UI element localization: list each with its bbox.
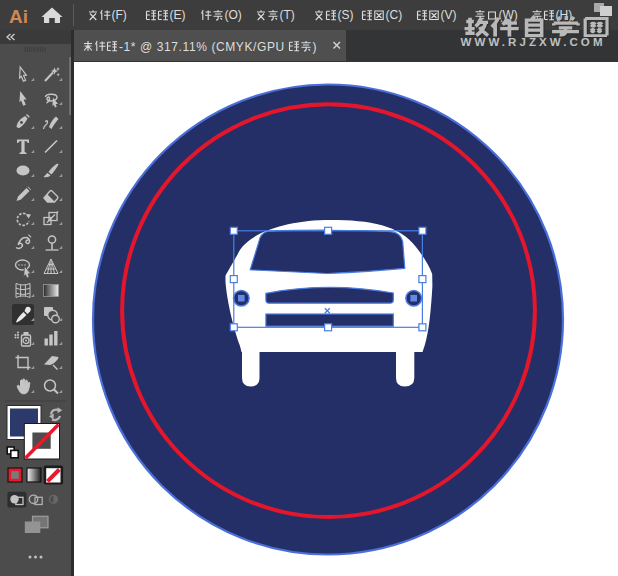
svg-text:-1* @ 317.11% (CMYK/GPU: -1* @ 317.11% (CMYK/GPU — [119, 40, 285, 54]
svg-text:(C): (C) — [386, 8, 403, 22]
svg-text:): ) — [313, 40, 317, 54]
svg-text:(S): (S) — [338, 8, 354, 22]
svg-text:(T): (T) — [280, 8, 295, 22]
svg-text:(E): (E) — [170, 8, 186, 22]
svg-text:WWW.RJZXW.COM: WWW.RJZXW.COM — [461, 36, 606, 48]
svg-text:(F): (F) — [112, 8, 127, 22]
svg-text:(O): (O) — [225, 8, 242, 22]
svg-text:Ai: Ai — [9, 6, 28, 27]
